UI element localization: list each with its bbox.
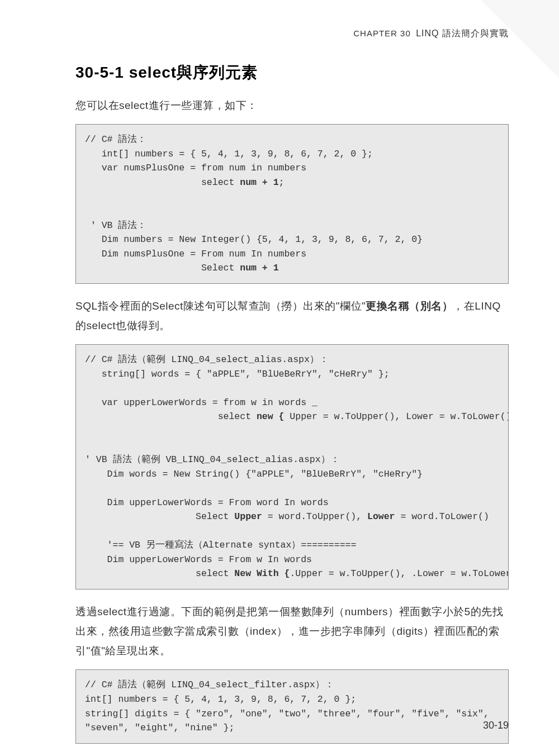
code-block-2: // C# 語法（範例 LINQ_04_select_alias.aspx）： … (75, 344, 509, 589)
code-block-3: // C# 語法（範例 LINQ_04_select_filter.aspx）：… (75, 669, 509, 743)
paragraph-2: SQL指令裡面的Select陳述句可以幫查詢（撈）出來的"欄位"更換名稱（別名）… (75, 296, 509, 335)
page-content: CHAPTER 30 LINQ 語法簡介與實戰 30-5-1 select與序列… (0, 0, 559, 756)
page-number: 30-19 (483, 720, 509, 731)
corner-decoration (481, 0, 559, 78)
section-title-text: select與序列元素 (129, 64, 258, 81)
chapter-header: CHAPTER 30 LINQ 語法簡介與實戰 (75, 28, 509, 40)
paragraph-1: 您可以在select進行一些運算，如下： (75, 96, 509, 115)
section-heading: 30-5-1 select與序列元素 (75, 62, 509, 83)
chapter-label: CHAPTER 30 (353, 28, 411, 38)
paragraph-3: 透過select進行過濾。下面的範例是把第一個整數陣列（numbers）裡面數字… (75, 602, 509, 660)
section-number: 30-5-1 (75, 64, 124, 81)
code-block-1: // C# 語法： int[] numbers = { 5, 4, 1, 3, … (75, 124, 509, 284)
